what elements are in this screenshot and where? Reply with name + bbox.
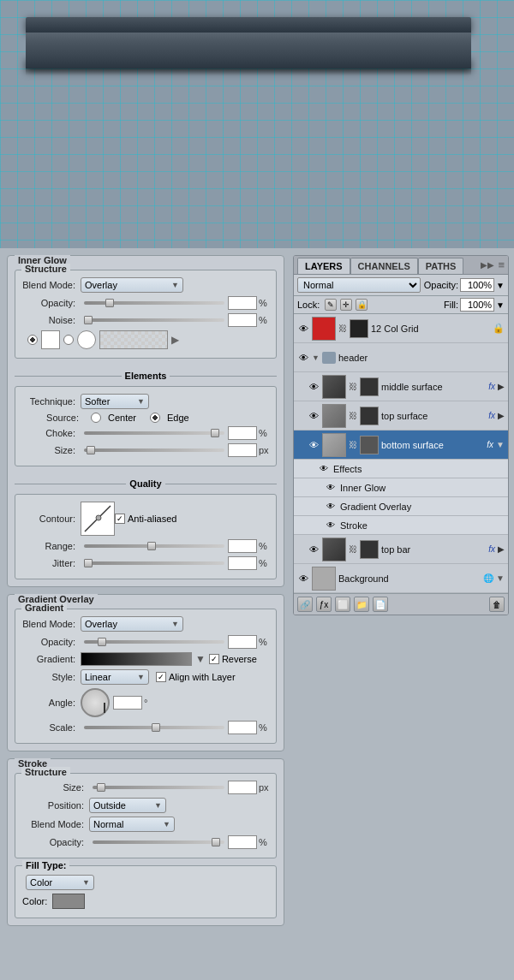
contour-thumb[interactable] <box>81 502 115 536</box>
eye-top-bar[interactable]: 👁 <box>308 543 320 555</box>
expand-header[interactable]: ▼ <box>312 353 320 362</box>
range-slider[interactable] <box>84 544 224 548</box>
reverse-checkbox[interactable]: ✓ <box>209 654 219 664</box>
noise-slider[interactable] <box>84 318 224 322</box>
radio-center[interactable] <box>91 413 101 423</box>
scale-unit: % <box>259 722 271 733</box>
color-swatch[interactable] <box>52 894 85 909</box>
opacity-input[interactable]: 20 <box>228 296 257 310</box>
eye-inner-glow[interactable]: 👁 <box>325 482 337 494</box>
grad-opacity-slider[interactable] <box>84 640 224 644</box>
name-bottom: bottom surface <box>381 440 484 450</box>
globe-bg: 🌐 <box>483 573 493 583</box>
stroke-size-label: Size: <box>21 782 89 793</box>
noise-input[interactable]: 0 <box>228 313 257 327</box>
blend-mode-select[interactable]: Overlay ▼ <box>81 277 183 293</box>
color-row: Color: <box>22 894 269 909</box>
tab-paths[interactable]: PATHS <box>418 258 464 274</box>
choke-slider[interactable] <box>84 431 224 435</box>
layer-12col-grid[interactable]: 👁 ⛓ 12 Col Grid 🔒 <box>294 314 508 343</box>
link-layers-icon[interactable]: 🔗 <box>297 597 313 612</box>
gradient-bar[interactable] <box>81 652 192 666</box>
scale-input[interactable]: 100 <box>228 721 257 734</box>
add-fx-icon[interactable]: ƒx <box>316 597 332 612</box>
layer-top-bar[interactable]: 👁 ⛓ top bar fx ▶ <box>294 535 508 564</box>
lock-position-icon[interactable]: ✛ <box>340 299 352 311</box>
layer-background[interactable]: 👁 Background 🌐 ▼ <box>294 564 508 593</box>
jitter-input[interactable]: 0 <box>228 556 257 570</box>
swatch-white[interactable] <box>41 330 60 349</box>
style-select[interactable]: Linear ▼ <box>81 669 149 685</box>
grad-opacity-input[interactable]: 15 <box>228 635 257 649</box>
fill-input[interactable] <box>460 298 494 312</box>
left-panel: Inner Glow Structure Blend Mode: Overlay… <box>0 248 291 980</box>
blend-mode-dropdown[interactable]: Normal <box>297 277 421 293</box>
swatch-circle[interactable] <box>77 330 96 349</box>
stroke-blend-select[interactable]: Normal ▼ <box>89 817 175 832</box>
fill-type-select[interactable]: Color ▼ <box>26 875 94 890</box>
stroke-size-input[interactable]: 1 <box>228 781 257 794</box>
canvas-area <box>0 0 514 248</box>
angle-input[interactable]: 90 <box>113 696 142 710</box>
eye-top[interactable]: 👁 <box>308 410 320 422</box>
new-layer-icon[interactable]: 📄 <box>373 597 388 612</box>
layer-header[interactable]: 👁 ▼ header <box>294 343 508 372</box>
grad-blend-select[interactable]: Overlay ▼ <box>81 616 183 632</box>
tab-channels[interactable]: CHANNELS <box>350 258 418 274</box>
fill-expand[interactable]: ▼ <box>496 300 505 310</box>
stroke-opacity-input[interactable]: 100 <box>228 835 257 849</box>
layer-middle-surface[interactable]: 👁 ⛓ middle surface fx ▶ <box>294 372 508 401</box>
size-label: Size: <box>21 445 81 455</box>
radio-edge[interactable] <box>150 413 160 423</box>
size-slider[interactable] <box>84 448 224 452</box>
position-select[interactable]: Outside ▼ <box>89 798 166 813</box>
size-input[interactable]: 1 <box>228 443 257 457</box>
thumb-top-bar <box>322 538 346 561</box>
layer-bottom-surface[interactable]: 👁 ⛓ bottom surface fx ▼ <box>294 431 508 460</box>
opacity-slider[interactable] <box>84 301 224 305</box>
stroke-size-slider[interactable] <box>93 786 224 789</box>
lock-pixel-icon[interactable]: ✎ <box>325 299 337 311</box>
new-group-icon[interactable]: 📁 <box>354 597 369 612</box>
scale-slider[interactable] <box>84 726 224 729</box>
jitter-slider[interactable] <box>84 561 224 565</box>
panel-menu-icon[interactable]: ▶▶ <box>481 260 494 271</box>
stroke-opacity-slider[interactable] <box>93 840 224 844</box>
eye-header[interactable]: 👁 <box>297 352 309 364</box>
range-input[interactable]: 50 <box>228 539 257 553</box>
eye-bottom[interactable]: 👁 <box>308 439 320 451</box>
inner-glow-layer-label: Inner Glow <box>340 483 386 493</box>
delete-layer-icon[interactable]: 🗑 <box>489 597 505 612</box>
add-mask-icon[interactable]: ⬜ <box>335 597 350 612</box>
eye-stroke[interactable]: 👁 <box>325 520 337 532</box>
gradient-bar-arrow[interactable]: ▼ <box>195 653 206 665</box>
swatch-checker[interactable] <box>99 330 168 349</box>
eye-gradient-overlay[interactable]: 👁 <box>325 501 337 513</box>
radio-gradient[interactable] <box>63 335 74 345</box>
eye-effects[interactable]: 👁 <box>318 463 330 475</box>
choke-unit: % <box>259 428 271 438</box>
technique-select[interactable]: Softer ▼ <box>81 394 149 409</box>
grad-blend-arrow: ▼ <box>171 620 179 628</box>
panel-options-icon[interactable]: ≡ <box>498 258 505 273</box>
opacity-input-layers[interactable] <box>460 278 494 292</box>
eye-12col[interactable]: 👁 <box>297 323 309 335</box>
swatch-arrow[interactable]: ▶ <box>171 334 179 346</box>
quality-divider: Quality <box>15 478 277 489</box>
lock-all-icon[interactable]: 🔒 <box>356 299 368 311</box>
position-label: Position: <box>21 800 89 811</box>
opacity-expand[interactable]: ▼ <box>496 281 505 290</box>
anti-alias-checkbox[interactable]: ✓ <box>115 514 125 524</box>
eye-bg[interactable]: 👁 <box>297 573 309 585</box>
layer-top-surface[interactable]: 👁 ⛓ top surface fx ▶ <box>294 401 508 431</box>
lock-icons: ✎ ✛ 🔒 <box>325 299 368 311</box>
gradient-overlay-layer-label: Gradient Overlay <box>340 502 411 512</box>
radio-solid[interactable] <box>27 335 38 345</box>
choke-input[interactable]: 100 <box>228 426 257 440</box>
eye-middle[interactable]: 👁 <box>308 381 320 393</box>
align-checkbox[interactable]: ✓ <box>156 672 166 682</box>
stroke-layer-label: Stroke <box>340 520 368 531</box>
style-label: Style: <box>21 672 81 682</box>
tab-layers[interactable]: LAYERS <box>297 258 350 274</box>
angle-dial[interactable] <box>81 688 110 717</box>
